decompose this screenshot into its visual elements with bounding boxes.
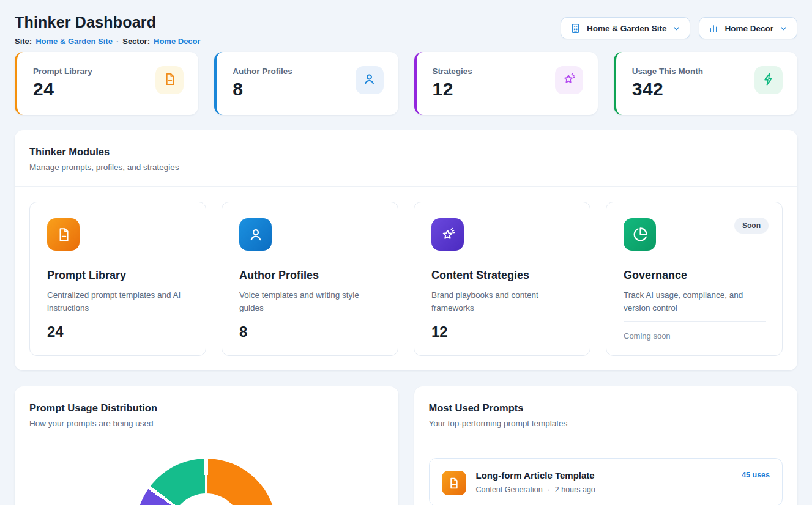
sparkle-star-icon <box>555 66 583 94</box>
pie-chart-icon <box>624 218 656 251</box>
modules-grid: Prompt Library Centralized prompt templa… <box>15 187 797 370</box>
module-card-governance: Soon Governance Track AI usage, complian… <box>606 202 783 356</box>
module-card-content-strategies[interactable]: Content Strategies Brand playbooks and c… <box>414 202 590 356</box>
site-label: Site: <box>15 37 32 46</box>
most-used-prompts-card: Most Used Prompts Your top-performing pr… <box>414 386 798 505</box>
breadcrumb: Site: Home & Garden Site · Sector: Home … <box>15 37 201 46</box>
page-title: Thinker Dashboard <box>15 13 201 31</box>
site-link[interactable]: Home & Garden Site <box>35 37 113 46</box>
bottom-row: Prompt Usage Distribution How your promp… <box>15 386 797 505</box>
stat-card-strategies: Strategies 12 <box>414 52 598 115</box>
header-titles: Thinker Dashboard Site: Home & Garden Si… <box>15 13 201 46</box>
most-used-subtitle: Your top-performing prompt templates <box>429 419 783 428</box>
prompt-item-meta: Content Generation · 2 hours ago <box>476 485 732 494</box>
stat-card-prompt-library: Prompt Library 24 <box>15 52 198 115</box>
donut-hole <box>171 493 242 505</box>
module-title: Content Strategies <box>431 269 574 282</box>
most-used-title: Most Used Prompts <box>429 402 783 414</box>
site-selector-button[interactable]: Home & Garden Site <box>561 17 691 39</box>
prompt-item-time: 2 hours ago <box>555 485 595 494</box>
prompt-item-main: Long-form Article Template Content Gener… <box>476 469 732 494</box>
module-count: 12 <box>431 323 574 341</box>
prompt-usage-card: Prompt Usage Distribution How your promp… <box>15 386 398 505</box>
thinker-modules-panel: Thinker Modules Manage prompts, profiles… <box>15 130 797 370</box>
sector-selector-button[interactable]: Home Decor <box>699 17 797 39</box>
usage-card-subtitle: How your prompts are being used <box>29 419 384 428</box>
stat-cards-row: Prompt Library 24 Author Profiles 8 Stra… <box>15 52 797 115</box>
meta-separator: · <box>548 485 550 494</box>
user-icon <box>239 218 272 251</box>
module-description: Voice templates and writing style guides <box>239 289 382 315</box>
meta-separator: · <box>116 37 119 46</box>
module-description: Track AI usage, compliance, and version … <box>624 289 766 315</box>
bar-chart-icon <box>708 23 719 34</box>
sector-link[interactable]: Home Decor <box>154 37 201 46</box>
stat-card-usage: Usage This Month 342 <box>614 52 797 115</box>
document-icon <box>155 66 184 94</box>
donut-chart <box>136 459 277 505</box>
sparkle-star-icon <box>431 218 464 251</box>
module-title: Prompt Library <box>47 269 190 282</box>
chevron-down-icon <box>672 24 681 33</box>
user-icon <box>356 66 384 94</box>
stat-card-author-profiles: Author Profiles 8 <box>214 52 398 115</box>
header-actions: Home & Garden Site Home Decor <box>561 17 797 39</box>
usage-card-header: Prompt Usage Distribution How your promp… <box>15 386 398 443</box>
modules-panel-subtitle: Manage prompts, profiles, and strategies <box>29 163 783 172</box>
chevron-down-icon <box>779 24 788 33</box>
site-selector-label: Home & Garden Site <box>587 24 667 33</box>
prompt-list: Long-form Article Template Content Gener… <box>414 443 798 505</box>
module-description: Brand playbooks and content frameworks <box>431 289 574 315</box>
prompt-list-item[interactable]: Long-form Article Template Content Gener… <box>429 458 783 505</box>
module-title: Author Profiles <box>239 269 382 282</box>
prompt-item-uses: 45 uses <box>742 471 770 479</box>
prompt-item-title: Long-form Article Template <box>476 470 732 481</box>
sector-label: Sector: <box>122 37 150 46</box>
module-footer: Coming soon <box>624 321 766 341</box>
donut-chart-area: 15% <box>15 443 398 505</box>
dashboard-page: Thinker Dashboard Site: Home & Garden Si… <box>0 0 812 505</box>
module-title: Governance <box>624 269 766 282</box>
sector-selector-label: Home Decor <box>724 24 773 33</box>
modules-panel-header: Thinker Modules Manage prompts, profiles… <box>15 130 797 187</box>
module-card-author-profiles[interactable]: Author Profiles Voice templates and writ… <box>222 202 398 356</box>
module-count: 24 <box>47 323 190 341</box>
prompt-item-category: Content Generation <box>476 485 543 494</box>
document-icon <box>47 218 80 251</box>
lightning-icon <box>754 66 783 94</box>
usage-card-title: Prompt Usage Distribution <box>29 402 384 414</box>
most-used-header: Most Used Prompts Your top-performing pr… <box>414 386 798 443</box>
modules-panel-title: Thinker Modules <box>29 146 783 158</box>
document-icon <box>442 471 466 495</box>
module-description: Centralized prompt templates and AI inst… <box>47 289 190 315</box>
soon-badge: Soon <box>734 218 769 234</box>
building-icon <box>570 23 581 34</box>
module-count: 8 <box>239 323 382 341</box>
module-card-prompt-library[interactable]: Prompt Library Centralized prompt templa… <box>29 202 206 356</box>
page-header: Thinker Dashboard Site: Home & Garden Si… <box>15 13 797 46</box>
